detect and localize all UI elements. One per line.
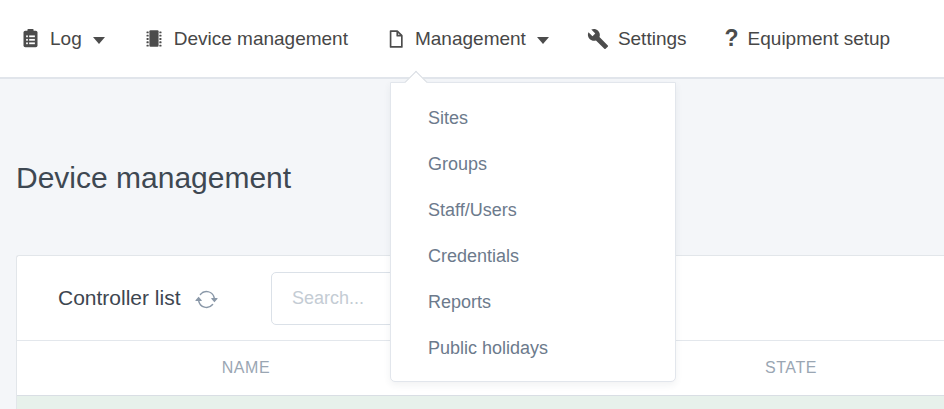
menu-item-credentials[interactable]: Credentials	[391, 233, 675, 279]
wrench-icon	[587, 28, 609, 50]
menu-item-groups[interactable]: Groups	[391, 141, 675, 187]
clipboard-icon	[20, 26, 41, 51]
menu-item-public-holidays[interactable]: Public holidays	[391, 325, 675, 371]
nav-item-log-label: Log	[50, 28, 82, 50]
nav-item-log[interactable]: Log	[20, 26, 105, 51]
top-navbar: Log Device management	[0, 0, 944, 79]
nav-item-management-label: Management	[415, 28, 526, 50]
nav-item-management[interactable]: Management	[386, 27, 549, 51]
nav-item-equipment-setup[interactable]: ? Equipment setup	[725, 25, 891, 52]
page-title: Device management	[16, 161, 291, 195]
nav-item-settings-label: Settings	[618, 28, 687, 50]
column-header-state[interactable]: STATE	[765, 359, 817, 377]
caret-down-icon	[93, 37, 105, 44]
menu-item-sites[interactable]: Sites	[391, 95, 675, 141]
nav-item-equipment-setup-label: Equipment setup	[748, 28, 891, 50]
document-icon	[386, 27, 406, 51]
nav-item-settings[interactable]: Settings	[587, 28, 687, 50]
table-row[interactable]	[17, 395, 944, 409]
menu-item-staff-users[interactable]: Staff/Users	[391, 187, 675, 233]
nav-item-device-management[interactable]: Device management	[143, 26, 348, 51]
management-dropdown-menu: Sites Groups Staff/Users Credentials Rep…	[390, 82, 676, 382]
refresh-icon[interactable]	[195, 288, 218, 311]
caret-down-icon	[537, 37, 549, 44]
nav-item-device-management-label: Device management	[174, 28, 348, 50]
app-window: { "nav": { "items": [ { "label": "Log", …	[0, 0, 944, 409]
question-icon: ?	[725, 25, 739, 52]
chip-icon	[143, 26, 165, 51]
menu-item-reports[interactable]: Reports	[391, 279, 675, 325]
panel-title: Controller list	[58, 286, 181, 310]
column-header-name[interactable]: NAME	[222, 359, 271, 377]
